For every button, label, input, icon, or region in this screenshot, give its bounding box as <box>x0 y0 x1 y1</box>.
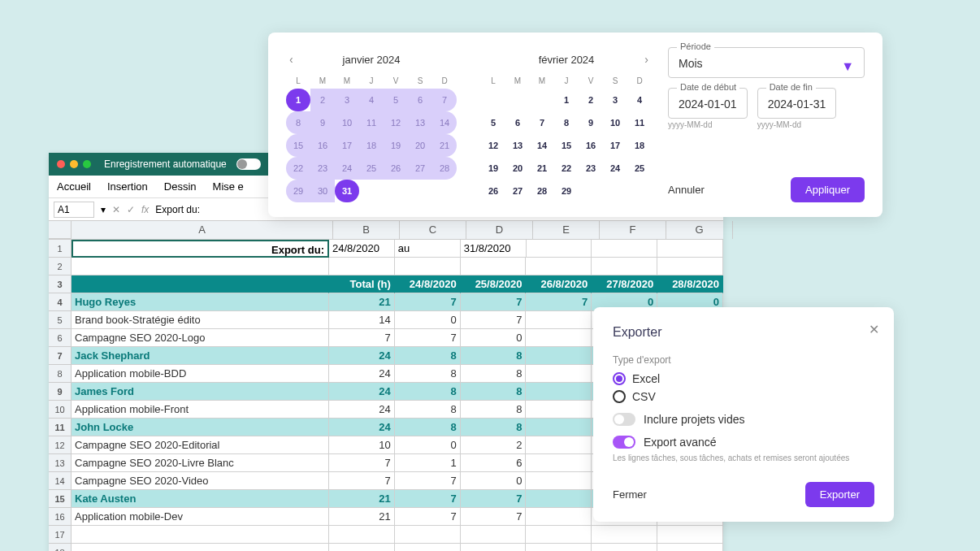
day-14[interactable]: 14 <box>530 134 554 157</box>
day-12[interactable]: 12 <box>481 134 505 157</box>
cell[interactable]: Application mobile-Dev <box>72 508 329 526</box>
day-26[interactable]: 26 <box>384 157 408 180</box>
cell[interactable] <box>526 490 592 508</box>
cell[interactable]: 0 <box>395 311 461 329</box>
cell[interactable]: 7 <box>461 508 527 526</box>
minimize-dot-icon[interactable] <box>70 160 78 168</box>
cell[interactable]: 7 <box>395 329 461 347</box>
radio-csv[interactable]: CSV <box>613 390 874 403</box>
day-21[interactable]: 21 <box>432 134 457 157</box>
cell[interactable]: Kate Austen <box>72 490 329 508</box>
cell[interactable]: 7 <box>329 472 395 490</box>
row-header[interactable]: 16 <box>49 508 72 526</box>
cell[interactable]: 31/8/2020 <box>461 240 527 258</box>
cell[interactable]: 1 <box>395 454 461 472</box>
row-header[interactable]: 18 <box>49 544 72 551</box>
cell[interactable] <box>526 544 592 551</box>
cell[interactable]: au <box>395 240 461 258</box>
day-1[interactable]: 1 <box>286 89 310 111</box>
cell[interactable] <box>592 526 657 544</box>
confirm-icon[interactable]: ✓ <box>127 204 135 215</box>
cell[interactable]: 7 <box>461 293 527 311</box>
cell[interactable]: 24/8/2020 <box>395 276 461 293</box>
col-header-E[interactable]: E <box>533 221 600 239</box>
row-header[interactable]: 10 <box>49 401 72 419</box>
day-29[interactable]: 29 <box>554 180 579 202</box>
cell[interactable]: 8 <box>461 401 527 419</box>
cell[interactable] <box>461 526 527 544</box>
cell[interactable]: 7 <box>329 454 395 472</box>
cell[interactable] <box>657 240 723 258</box>
cell[interactable]: 14 <box>329 311 395 329</box>
cell[interactable] <box>395 544 461 551</box>
cell[interactable]: 8 <box>461 383 527 401</box>
start-date-input[interactable]: Date de début 2024-01-01 <box>668 88 748 119</box>
cell[interactable] <box>526 365 592 383</box>
cell[interactable]: 0 <box>461 472 527 490</box>
day-4[interactable]: 4 <box>359 89 384 111</box>
row-header[interactable]: 15 <box>49 490 72 508</box>
cell[interactable]: 8 <box>395 419 461 436</box>
cell[interactable]: 8 <box>395 401 461 419</box>
cell[interactable]: 24 <box>329 419 395 436</box>
cell[interactable]: Campagne SEO 2020-Livre Blanc <box>72 454 329 472</box>
cell[interactable]: Total (h) <box>329 276 395 293</box>
cell[interactable] <box>329 526 395 544</box>
cell[interactable]: Jack Shephard <box>72 347 329 365</box>
day-5[interactable]: 5 <box>481 111 505 134</box>
day-30[interactable]: 30 <box>310 180 335 202</box>
prev-month-icon[interactable]: ‹ <box>289 53 293 66</box>
row-header[interactable]: 1 <box>49 240 72 258</box>
export-button[interactable]: Exporter <box>805 482 874 507</box>
end-date-input[interactable]: Date de fin 2024-01-31 <box>757 88 837 119</box>
cell[interactable]: 24/8/2020 <box>329 240 395 258</box>
cell[interactable]: 0 <box>395 436 461 454</box>
cell[interactable] <box>526 454 592 472</box>
day-24[interactable]: 24 <box>335 157 359 180</box>
cancel-icon[interactable]: ✕ <box>112 204 120 215</box>
cell[interactable] <box>526 436 592 454</box>
cell[interactable]: Campagne SEO 2020-Editorial <box>72 436 329 454</box>
next-month-icon[interactable]: › <box>644 53 648 66</box>
day-24[interactable]: 24 <box>603 157 627 180</box>
cell[interactable]: 2 <box>461 436 527 454</box>
day-9[interactable]: 9 <box>310 111 335 134</box>
day-27[interactable]: 27 <box>505 180 530 202</box>
day-28[interactable]: 28 <box>530 180 554 202</box>
cell[interactable] <box>657 544 723 551</box>
col-header-F[interactable]: F <box>600 221 666 239</box>
day-3[interactable]: 3 <box>603 89 627 111</box>
day-19[interactable]: 19 <box>481 157 505 180</box>
day-29[interactable]: 29 <box>286 180 310 202</box>
cell[interactable] <box>72 276 329 293</box>
cell[interactable]: Campagne SEO 2020-Logo <box>72 329 329 347</box>
cell[interactable] <box>526 347 592 365</box>
cell[interactable] <box>526 419 592 436</box>
day-10[interactable]: 10 <box>335 111 359 134</box>
day-8[interactable]: 8 <box>554 111 579 134</box>
day-6[interactable]: 6 <box>505 111 530 134</box>
cell[interactable]: 24 <box>329 347 395 365</box>
formula-input[interactable]: Export du: <box>155 204 200 215</box>
day-18[interactable]: 18 <box>359 134 384 157</box>
cell[interactable]: 7 <box>329 329 395 347</box>
cell[interactable]: Hugo Reyes <box>72 293 329 311</box>
cell[interactable] <box>329 544 395 551</box>
day-26[interactable]: 26 <box>481 180 505 202</box>
cell[interactable]: 7 <box>461 311 527 329</box>
menu-insertion[interactable]: Insertion <box>107 180 148 193</box>
close-dot-icon[interactable] <box>57 160 65 168</box>
cell[interactable] <box>592 240 657 258</box>
day-23[interactable]: 23 <box>579 157 603 180</box>
day-4[interactable]: 4 <box>627 89 652 111</box>
cell-reference[interactable]: A1 <box>54 202 94 218</box>
row-header[interactable]: 12 <box>49 436 72 454</box>
day-31[interactable]: 31 <box>335 180 359 202</box>
apply-button[interactable]: Appliquer <box>791 177 865 202</box>
day-11[interactable]: 11 <box>627 111 652 134</box>
cell[interactable] <box>72 526 329 544</box>
row-header[interactable]: 5 <box>49 311 72 329</box>
cell[interactable]: 8 <box>461 365 527 383</box>
day-13[interactable]: 13 <box>408 111 432 134</box>
cell[interactable] <box>526 329 592 347</box>
